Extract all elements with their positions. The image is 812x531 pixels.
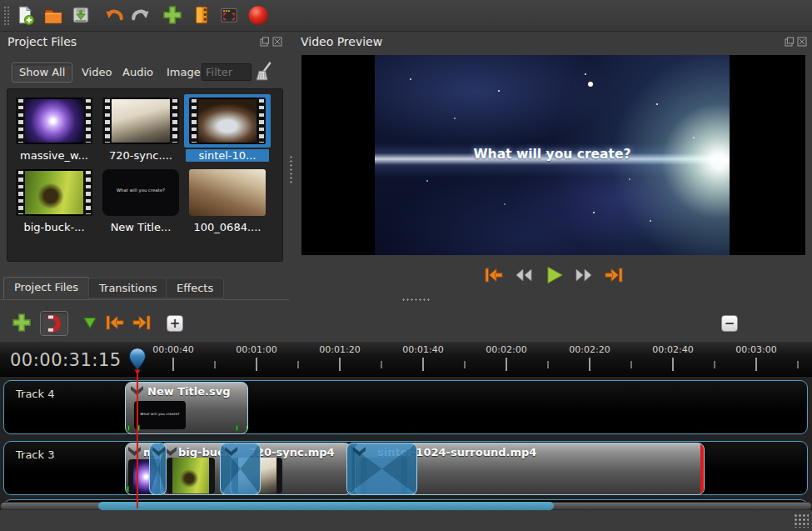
timeline-ruler[interactable]: 00:00:31:15 00:00:40 00:01:00 00:01:20 0… <box>0 342 812 377</box>
redo-icon <box>131 5 151 28</box>
ruler-label: 00:01:00 <box>227 344 286 355</box>
project-files-panel-header: Project Files <box>0 33 287 50</box>
ruler-label: 00:02:20 <box>560 344 619 355</box>
fast-forward-icon <box>572 265 595 288</box>
playhead-timecode: 00:00:31:15 <box>10 350 122 370</box>
play-button[interactable] <box>541 265 566 288</box>
save-project-button[interactable] <box>70 4 92 28</box>
tab-effects[interactable]: Effects <box>166 278 224 298</box>
timeline-tracks-area: Track 4 New Title.svg What will you crea… <box>0 377 812 510</box>
filter-image-button[interactable]: Image <box>159 63 208 83</box>
clip-menu-chevron-icon[interactable] <box>128 447 141 456</box>
ruler-label: 00:00:40 <box>144 344 202 355</box>
rewind-button[interactable] <box>511 265 536 288</box>
import-files-button[interactable] <box>162 4 183 28</box>
fast-forward-button[interactable] <box>570 265 596 288</box>
tab-project-files[interactable]: Project Files <box>3 277 89 299</box>
toolbar-drag-handle[interactable] <box>3 6 10 26</box>
new-project-icon <box>15 5 35 28</box>
file-thumbnail <box>102 98 179 144</box>
add-track-icon <box>11 312 32 336</box>
close-panel-icon[interactable] <box>797 37 807 47</box>
zoom-in-button[interactable]: + <box>167 315 183 332</box>
file-label: 720-sync.... <box>99 149 182 162</box>
filter-show-all-button[interactable]: Show All <box>12 63 72 83</box>
playhead-handle[interactable] <box>127 347 148 377</box>
video-preview-panel-title: Video Preview <box>293 35 382 48</box>
tab-transitions[interactable]: Transitions <box>88 278 168 298</box>
clip-thumb-text: What will you create? <box>134 412 186 416</box>
panel-splitter-handle[interactable] <box>289 155 294 183</box>
next-marker-icon <box>131 313 152 335</box>
playback-controls <box>301 263 805 288</box>
open-project-icon <box>43 5 63 28</box>
fullscreen-icon <box>219 5 239 28</box>
file-label: big-buck-... <box>12 221 96 233</box>
playhead-line[interactable] <box>137 373 138 508</box>
save-project-icon <box>71 5 91 28</box>
broom-icon <box>254 73 274 85</box>
next-marker-button[interactable] <box>130 313 153 334</box>
previous-marker-button[interactable] <box>103 313 127 334</box>
keyframe-marker <box>127 486 129 492</box>
openshot-window: Project Files Show All Video Audio Image… <box>0 0 812 531</box>
float-panel-icon[interactable] <box>260 37 270 47</box>
file-label: 100_0684.... <box>186 221 269 233</box>
transition-2[interactable] <box>220 443 261 495</box>
jump-to-start-icon <box>482 265 506 288</box>
new-project-button[interactable] <box>14 4 36 28</box>
snapping-toggle[interactable] <box>40 311 68 336</box>
status-area <box>0 510 812 531</box>
fullscreen-button[interactable] <box>218 4 240 28</box>
title-thumb-text: What will you create? <box>102 188 179 193</box>
preview-timeline-splitter-handle[interactable] <box>401 298 431 303</box>
float-panel-icon[interactable] <box>785 37 795 47</box>
filter-audio-button[interactable]: Audio <box>115 63 161 83</box>
clip-trim-edge[interactable] <box>700 443 704 494</box>
tab-pane-divider <box>0 299 289 300</box>
clip-new-title[interactable]: New Title.svg What will you create? <box>125 382 248 434</box>
choose-profile-button[interactable] <box>191 4 212 28</box>
video-preview-canvas[interactable]: What will you create? <box>301 55 805 255</box>
clear-filter-button[interactable] <box>254 61 274 85</box>
undo-button[interactable] <box>103 4 125 28</box>
previous-marker-icon <box>104 313 126 335</box>
keyframe-marker <box>127 425 130 431</box>
jump-to-end-button[interactable] <box>600 265 626 288</box>
project-files-panel-title: Project Files <box>0 35 77 48</box>
export-video-button[interactable] <box>247 4 269 28</box>
file-thumbnail <box>189 169 266 216</box>
choose-profile-icon <box>192 5 212 28</box>
video-frame: What will you create? <box>375 55 730 255</box>
add-marker-icon <box>81 313 99 334</box>
video-title-text: What will you create? <box>375 147 730 162</box>
jump-to-start-button[interactable] <box>481 265 506 288</box>
timeline-scrollbar-thumb[interactable] <box>98 502 554 510</box>
zoom-in-icon: + <box>170 318 181 330</box>
add-track-button[interactable] <box>10 313 33 334</box>
filter-input[interactable] <box>202 63 252 81</box>
transition-3[interactable] <box>346 443 417 495</box>
clip-title: New Title.svg <box>147 385 231 398</box>
keyframe-marker <box>236 425 238 431</box>
close-panel-icon[interactable] <box>272 37 282 47</box>
zoom-out-icon: − <box>725 318 735 330</box>
transition-1[interactable] <box>149 443 167 495</box>
track-3-name: Track 3 <box>16 448 54 461</box>
add-marker-button[interactable] <box>78 313 102 334</box>
window-resize-grip[interactable] <box>794 513 809 528</box>
ruler-label: 00:01:20 <box>311 344 369 355</box>
rewind-icon <box>512 265 536 288</box>
open-project-button[interactable] <box>42 4 64 28</box>
track-4-name: Track 4 <box>16 388 54 400</box>
play-icon <box>542 264 565 288</box>
timeline-toolbar: + − 20 seconds <box>0 305 812 342</box>
redo-button[interactable] <box>130 4 152 28</box>
filter-video-button[interactable]: Video <box>74 63 119 83</box>
file-label: massive_w... <box>12 149 96 162</box>
track-4[interactable]: Track 4 <box>3 380 808 434</box>
file-label: New Title... <box>99 221 182 233</box>
main-toolbar <box>0 0 812 32</box>
file-label-selected: sintel-10... <box>186 149 269 162</box>
zoom-out-button[interactable]: − <box>721 315 738 332</box>
